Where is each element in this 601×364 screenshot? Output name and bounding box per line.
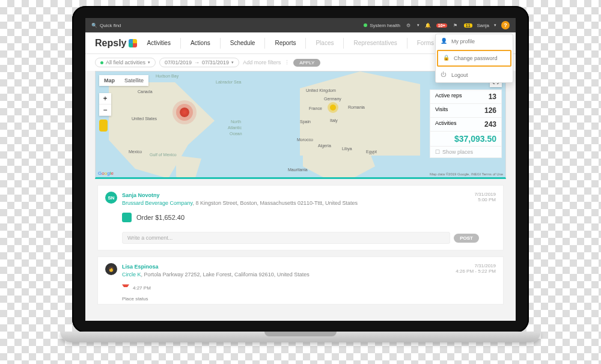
chevron-down-icon[interactable]: ▾ xyxy=(417,23,419,28)
map-label: Germany xyxy=(324,97,341,101)
quick-find[interactable]: 🔍 Quick find xyxy=(91,23,121,28)
nav-schedule[interactable]: Schedule xyxy=(230,40,255,46)
lock-icon: 🔒 xyxy=(443,55,450,62)
flag-icon[interactable]: ⚑ xyxy=(452,22,459,29)
tab-map[interactable]: Map xyxy=(99,75,120,86)
separator xyxy=(305,38,306,49)
username-label[interactable]: Sanja xyxy=(477,23,489,28)
map-label: France xyxy=(309,106,322,111)
funnel-icon xyxy=(122,284,129,291)
map-pin-primary[interactable] xyxy=(180,108,189,117)
user-name[interactable]: Lisa Espinosa xyxy=(122,264,159,270)
map-type-tabs: Map Satellite xyxy=(99,75,148,86)
map-label: Spain xyxy=(300,120,311,124)
activity-type-select[interactable]: All field activities ▾ xyxy=(95,58,156,67)
user-icon: 👤 xyxy=(441,38,448,45)
gear-icon[interactable]: ⚙ xyxy=(405,22,412,29)
map-label: United Kingdom xyxy=(306,88,336,93)
logo-mark-icon xyxy=(129,39,137,47)
map-label: Gulf of Mexico xyxy=(150,153,177,157)
feed-time: 4:26 PM - 5:22 PM xyxy=(456,268,496,274)
stats-panel: Active reps 13 Visits 126 Activities 243… xyxy=(430,89,502,158)
map-label: Algeria xyxy=(318,144,331,148)
feed-date: 7/31/2019 xyxy=(474,192,496,197)
chevron-down-icon: ▾ xyxy=(231,60,234,65)
apply-button[interactable]: APPLY xyxy=(293,59,320,67)
map-label: Libya xyxy=(342,147,352,151)
menu-label: Logout xyxy=(451,72,468,78)
menu-my-profile[interactable]: 👤 My profile xyxy=(436,34,513,49)
map-pin-secondary[interactable] xyxy=(330,105,336,111)
feed-card: SN Sanja Novotny Brussard Beverage Compa… xyxy=(97,185,504,250)
tab-satellite[interactable]: Satellite xyxy=(120,75,148,86)
zoom-in-button[interactable]: + xyxy=(99,93,111,105)
map-label: Labrador Sea xyxy=(216,80,241,84)
address-text: , 8 Kingston Street, Boston, Massachuset… xyxy=(192,200,358,206)
stat-value: 126 xyxy=(484,106,496,115)
system-health-label: System health xyxy=(370,23,400,28)
map-label: North xyxy=(231,120,241,124)
stat-label: Active reps xyxy=(435,93,462,101)
logo[interactable]: Repsly xyxy=(95,38,137,49)
pegman-icon[interactable] xyxy=(99,120,108,132)
avatar[interactable]: SN xyxy=(105,192,117,204)
nav-places[interactable]: Places xyxy=(316,40,334,46)
place-link[interactable]: Circle K xyxy=(122,271,141,278)
activity-feed: SN Sanja Novotny Brussard Beverage Compa… xyxy=(85,179,516,305)
search-icon: 🔍 xyxy=(91,23,97,28)
user-name[interactable]: Sanja Novotny xyxy=(122,192,160,198)
status-label: Place status xyxy=(122,296,148,302)
arrow-right-icon: → xyxy=(194,59,200,65)
google-logo: Google xyxy=(98,171,114,176)
show-places-toggle[interactable]: ☐ Show places xyxy=(430,146,501,157)
add-filters-link[interactable]: Add more filters xyxy=(243,59,281,65)
dot-icon xyxy=(100,61,103,64)
map-label: Hudson Bay xyxy=(156,74,178,78)
stat-label: Visits xyxy=(435,106,448,115)
map-label: Romania xyxy=(348,105,365,109)
chevron-down-icon[interactable]: ▾ xyxy=(494,23,496,28)
quick-find-placeholder: Quick find xyxy=(100,23,121,28)
menu-change-password[interactable]: 🔒 Change password xyxy=(437,50,511,67)
zoom-control: + − xyxy=(99,93,111,116)
menu-logout[interactable]: ⏻ Logout xyxy=(436,68,513,82)
map-label: Mauritania xyxy=(288,168,308,172)
order-row[interactable]: Order $1,652.40 xyxy=(98,210,503,228)
date-to: 07/31/2019 xyxy=(202,59,229,65)
map-label: United States xyxy=(132,117,157,121)
profile-menu: 👤 My profile 🔒 Change password ⏻ Logout xyxy=(435,34,513,83)
separator xyxy=(343,38,344,49)
nav-representatives[interactable]: Representatives xyxy=(353,40,397,46)
activity-type-label: All field activities xyxy=(106,59,145,65)
order-icon xyxy=(122,213,132,222)
address-text: , Portola Parkway 27252, Lake Forest, Ca… xyxy=(141,271,310,278)
stat-total-money: $37,093.50 xyxy=(430,131,501,146)
nav-actions[interactable]: Actions xyxy=(191,40,210,46)
status-time: 4:27 PM xyxy=(133,285,151,291)
separator xyxy=(264,38,265,49)
separator xyxy=(180,38,181,49)
feed-date: 7/31/2019 xyxy=(456,263,496,268)
date-from: 07/01/2019 xyxy=(165,59,192,65)
post-button[interactable]: POST xyxy=(454,234,479,243)
map-label: Canada xyxy=(138,89,153,94)
comment-input[interactable]: Write a comment... xyxy=(122,232,450,244)
bell-icon[interactable]: 🔔 xyxy=(424,22,432,29)
place-link[interactable]: Brussard Beverage Company xyxy=(122,200,192,206)
nav-reports[interactable]: Reports xyxy=(275,40,296,46)
stat-value: 13 xyxy=(489,93,496,101)
system-health[interactable]: System health xyxy=(364,23,400,28)
more-icon[interactable]: ⋮ xyxy=(284,59,290,65)
menu-label: Change password xyxy=(454,55,498,61)
help-icon[interactable]: ? xyxy=(501,21,510,29)
show-places-label: Show places xyxy=(442,149,473,155)
map-label: Ocean xyxy=(230,132,242,136)
avatar[interactable]: 👩 xyxy=(105,263,117,275)
logo-text: Repsly xyxy=(95,38,126,49)
feed-time: 5:00 PM xyxy=(474,197,496,202)
nav-activities[interactable]: Activities xyxy=(147,40,170,46)
nav-forms[interactable]: Forms xyxy=(417,40,434,46)
zoom-out-button[interactable]: − xyxy=(99,105,111,116)
date-range-select[interactable]: 07/01/2019 → 07/31/2019 ▾ xyxy=(159,58,239,67)
map[interactable]: Hudson Bay Labrador Sea North Atlantic O… xyxy=(95,71,506,179)
